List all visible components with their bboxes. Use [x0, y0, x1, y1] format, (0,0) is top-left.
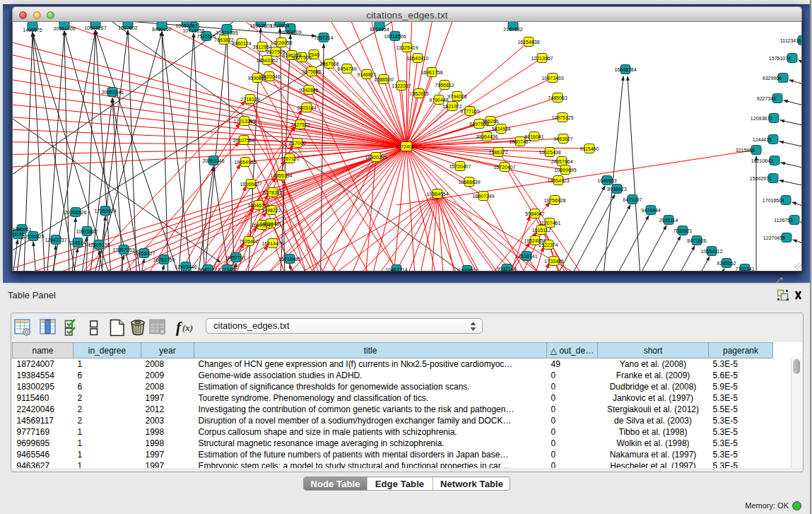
- svg-text:16053809: 16053809: [249, 23, 271, 28]
- svg-text:19654985: 19654985: [234, 160, 256, 165]
- svg-text:10958127: 10958127: [133, 251, 155, 256]
- svg-text:16154838: 16154838: [517, 40, 539, 45]
- svg-text:24957864: 24957864: [551, 159, 572, 164]
- svg-text:20691406: 20691406: [53, 26, 75, 31]
- svg-text:10654112: 10654112: [701, 249, 723, 254]
- svg-text:20053346: 20053346: [202, 158, 224, 163]
- svg-text:18807249: 18807249: [472, 194, 494, 199]
- svg-text:11123416: 11123416: [780, 38, 801, 43]
- svg-text:12156829: 12156829: [22, 234, 44, 239]
- svg-text:10671355: 10671355: [216, 30, 237, 35]
- svg-text:9045121: 9045121: [198, 267, 217, 272]
- svg-text:7955812: 7955812: [435, 83, 454, 88]
- svg-text:14136141: 14136141: [515, 254, 537, 259]
- svg-text:14099481: 14099481: [259, 221, 281, 226]
- svg-text:1621072: 1621072: [442, 104, 461, 109]
- svg-text:2522374: 2522374: [539, 243, 558, 247]
- svg-text:11523001: 11523001: [457, 268, 478, 272]
- svg-text:9457791: 9457791: [226, 255, 245, 260]
- svg-text:12505135: 12505135: [88, 243, 110, 247]
- svg-text:1733426: 1733426: [544, 259, 563, 264]
- svg-text:1527602: 1527602: [118, 25, 137, 30]
- svg-text:15751074: 15751074: [769, 56, 791, 61]
- svg-text:9794028: 9794028: [447, 94, 466, 99]
- svg-text:7515526: 7515526: [196, 34, 216, 39]
- svg-text:6479197: 6479197: [623, 197, 642, 202]
- svg-text:3624534: 3624534: [491, 127, 510, 132]
- svg-text:3875685: 3875685: [302, 69, 321, 74]
- svg-text:20364436: 20364436: [476, 134, 498, 139]
- svg-text:1385061: 1385061: [13, 227, 32, 232]
- svg-text:16648784: 16648784: [614, 67, 636, 72]
- svg-text:11207461: 11207461: [539, 221, 561, 226]
- svg-text:12270455: 12270455: [763, 235, 785, 240]
- svg-text:1615112: 1615112: [532, 228, 551, 233]
- svg-text:746266: 746266: [482, 119, 498, 124]
- svg-text:8471626: 8471626: [687, 238, 706, 243]
- svg-text:817006: 817006: [289, 141, 305, 146]
- svg-text:1498222: 1498222: [261, 208, 281, 213]
- svg-text:1126753: 1126753: [774, 218, 793, 223]
- svg-text:6216041: 6216041: [524, 134, 543, 139]
- svg-text:1405575: 1405575: [23, 28, 42, 33]
- svg-text:16961758: 16961758: [420, 70, 442, 75]
- svg-text:2803144: 2803144: [297, 105, 316, 110]
- svg-text:10975887: 10975887: [76, 229, 98, 234]
- svg-text:18640910: 18640910: [406, 56, 428, 61]
- svg-text:3427512: 3427512: [290, 122, 310, 127]
- svg-text:10719155: 10719155: [182, 28, 204, 33]
- svg-text:9227343: 9227343: [757, 96, 776, 101]
- svg-text:10467214: 10467214: [385, 267, 407, 272]
- svg-text:2187682: 2187682: [503, 27, 522, 32]
- svg-text:5578312: 5578312: [263, 190, 282, 195]
- svg-text:13226058: 13226058: [270, 40, 292, 45]
- svg-text:10107552: 10107552: [233, 138, 254, 143]
- svg-text:1322037: 1322037: [392, 83, 411, 88]
- svg-text:1640953: 1640953: [597, 178, 616, 183]
- svg-text:8123407: 8123407: [218, 267, 237, 272]
- svg-text:9790448: 9790448: [429, 98, 448, 103]
- svg-text:16782759: 16782759: [153, 257, 175, 262]
- svg-text:19756928: 19756928: [543, 198, 565, 203]
- svg-text:10973493: 10973493: [541, 76, 563, 81]
- svg-text:15720407: 15720407: [449, 164, 471, 169]
- svg-text:9777169: 9777169: [460, 109, 479, 114]
- svg-text:12213363: 12213363: [233, 119, 255, 124]
- svg-text:12923446: 12923446: [175, 264, 196, 269]
- svg-text:18543362: 18543362: [256, 58, 278, 63]
- svg-text:17359924: 17359924: [94, 209, 116, 214]
- svg-text:2935114: 2935114: [659, 218, 678, 223]
- svg-text:7546: 7546: [308, 52, 319, 57]
- svg-text:10653267: 10653267: [175, 23, 197, 28]
- svg-text:19166827: 19166827: [240, 182, 261, 187]
- svg-text:1362615: 1362615: [409, 91, 428, 96]
- svg-text:16914479: 16914479: [261, 241, 283, 246]
- svg-text:7625402: 7625402: [239, 239, 258, 244]
- svg-text:17016504: 17016504: [763, 198, 784, 203]
- svg-text:1588520: 1588520: [374, 77, 393, 82]
- svg-text:12975125: 12975125: [551, 115, 573, 120]
- svg-text:10688639: 10688639: [458, 180, 480, 185]
- svg-text:7857214: 7857214: [314, 35, 333, 40]
- svg-text:3267110: 3267110: [281, 156, 300, 161]
- svg-text:114514: 114514: [70, 240, 86, 245]
- svg-text:19384554: 19384554: [426, 192, 448, 197]
- svg-text:f: f: [176, 319, 182, 336]
- svg-text:7632621: 7632621: [673, 228, 692, 233]
- svg-text:18300295: 18300295: [365, 155, 387, 160]
- svg-text:3215958: 3215958: [736, 148, 755, 153]
- svg-text:9115460: 9115460: [580, 146, 599, 151]
- svg-text:7386372: 7386372: [488, 150, 507, 155]
- svg-text:12093872: 12093872: [751, 116, 772, 121]
- svg-text:15716485: 15716485: [278, 257, 300, 262]
- svg-text:20206526: 20206526: [64, 210, 86, 215]
- svg-text:15692971: 15692971: [750, 176, 772, 181]
- svg-text:(x): (x): [182, 322, 193, 333]
- svg-text:9242845: 9242845: [299, 88, 318, 93]
- svg-text:20053346: 20053346: [101, 90, 123, 95]
- svg-text:8938923: 8938923: [607, 187, 626, 192]
- svg-text:5984047: 5984047: [525, 211, 544, 216]
- svg-text:9474444: 9474444: [641, 208, 660, 213]
- svg-text:8813054: 8813054: [370, 27, 389, 32]
- svg-text:12942737: 12942737: [45, 238, 66, 243]
